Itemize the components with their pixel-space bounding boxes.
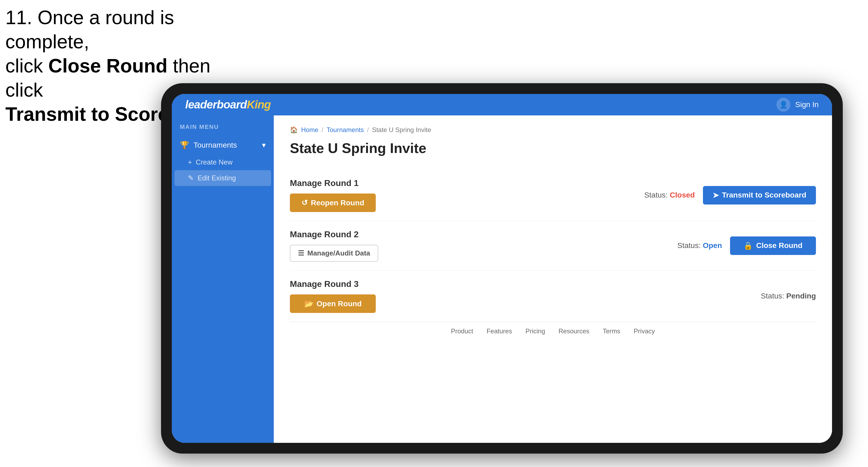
main-panel: 🏠 Home / Tournaments / State U Spring In… xyxy=(274,116,832,443)
round-2-title: Manage Round 2 xyxy=(290,229,378,240)
breadcrumb-home[interactable]: Home xyxy=(301,126,318,134)
round-2-left: Manage Round 2 ☰ Manage/Audit Data xyxy=(290,229,378,262)
footer-pricing[interactable]: Pricing xyxy=(526,328,545,335)
footer-resources[interactable]: Resources xyxy=(559,328,589,335)
tablet-frame: leaderboardKing 👤 Sign In MAIN MENU 🏆 To… xyxy=(161,83,843,454)
round-3-left: Manage Round 3 📂 Open Round xyxy=(290,279,376,313)
sidebar-item-edit-existing[interactable]: ✎ Edit Existing xyxy=(175,170,271,186)
top-bar: leaderboardKing 👤 Sign In xyxy=(172,94,832,116)
manage-audit-data-button[interactable]: ☰ Manage/Audit Data xyxy=(290,245,378,262)
round-1-status: Status: Closed xyxy=(644,191,694,199)
footer-terms[interactable]: Terms xyxy=(603,328,620,335)
tablet-screen: leaderboardKing 👤 Sign In MAIN MENU 🏆 To… xyxy=(172,94,832,443)
audit-icon: ☰ xyxy=(298,249,304,257)
close-round-label: Close Round xyxy=(756,241,803,250)
footer-privacy[interactable]: Privacy xyxy=(634,328,655,335)
manage-audit-label: Manage/Audit Data xyxy=(307,249,370,257)
transmit-to-scoreboard-button[interactable]: ➤ Transmit to Scoreboard xyxy=(703,186,816,205)
sidebar-item-create-new[interactable]: + Create New xyxy=(172,154,274,170)
edit-icon: ✎ xyxy=(188,174,194,182)
breadcrumb-sep2: / xyxy=(367,126,369,134)
breadcrumb-current: State U Spring Invite xyxy=(372,126,431,134)
round-1-left: Manage Round 1 ↺ Reopen Round xyxy=(290,178,376,212)
trophy-icon: 🏆 xyxy=(180,141,189,150)
round-3-section: Manage Round 3 📂 Open Round Status: Pend… xyxy=(290,271,816,322)
plus-icon: + xyxy=(188,158,192,166)
reopen-icon: ↺ xyxy=(302,198,308,207)
chevron-icon: ▾ xyxy=(262,141,266,150)
round-3-title: Manage Round 3 xyxy=(290,279,376,289)
logo: leaderboardKing xyxy=(185,98,271,111)
page-title: State U Spring Invite xyxy=(290,140,816,156)
round-1-section: Manage Round 1 ↺ Reopen Round Status: Cl… xyxy=(290,169,816,221)
edit-existing-label: Edit Existing xyxy=(197,174,236,182)
footer-features[interactable]: Features xyxy=(487,328,512,335)
reopen-round-button[interactable]: ↺ Reopen Round xyxy=(290,193,376,212)
round-1-status-value: Closed xyxy=(670,191,694,199)
transmit-label: Transmit to Scoreboard xyxy=(722,191,806,199)
round-3-status: Status: Pending xyxy=(761,292,816,300)
round-1-right: Status: Closed ➤ Transmit to Scoreboard xyxy=(644,186,816,205)
reopen-round-label: Reopen Round xyxy=(311,198,364,207)
round-2-right: Status: Open 🔒 Close Round xyxy=(677,237,816,255)
round-1-title: Manage Round 1 xyxy=(290,178,376,188)
sidebar: MAIN MENU 🏆 Tournaments ▾ + Create New ✎… xyxy=(172,116,274,443)
round-2-status-value: Open xyxy=(703,241,722,250)
footer-product[interactable]: Product xyxy=(451,328,473,335)
sidebar-item-tournaments[interactable]: 🏆 Tournaments ▾ xyxy=(172,136,274,154)
transmit-icon: ➤ xyxy=(713,191,719,200)
open-round-button[interactable]: 📂 Open Round xyxy=(290,294,376,313)
breadcrumb-tournaments[interactable]: Tournaments xyxy=(327,126,364,134)
round-3-status-value: Pending xyxy=(786,292,816,300)
lock-icon: 🔒 xyxy=(743,241,753,250)
round-2-section: Manage Round 2 ☰ Manage/Audit Data Statu… xyxy=(290,221,816,271)
breadcrumb-sep1: / xyxy=(321,126,323,134)
home-icon: 🏠 xyxy=(290,126,298,134)
breadcrumb: 🏠 Home / Tournaments / State U Spring In… xyxy=(290,126,816,134)
instruction-bold-close: Close Round xyxy=(48,55,167,76)
round-3-right: Status: Pending xyxy=(761,292,816,300)
sign-in-area[interactable]: 👤 Sign In xyxy=(776,98,818,112)
open-icon: 📂 xyxy=(304,299,313,308)
avatar: 👤 xyxy=(776,98,790,112)
open-round-label: Open Round xyxy=(317,300,362,308)
content-area: MAIN MENU 🏆 Tournaments ▾ + Create New ✎… xyxy=(172,116,832,443)
round-2-status: Status: Open xyxy=(677,241,722,250)
close-round-button[interactable]: 🔒 Close Round xyxy=(730,237,816,255)
create-new-label: Create New xyxy=(196,158,232,166)
main-menu-label: MAIN MENU xyxy=(172,123,274,136)
tournaments-label: Tournaments xyxy=(193,141,237,150)
sign-in-label[interactable]: Sign In xyxy=(795,100,818,109)
footer: Product Features Pricing Resources Terms… xyxy=(290,322,816,340)
